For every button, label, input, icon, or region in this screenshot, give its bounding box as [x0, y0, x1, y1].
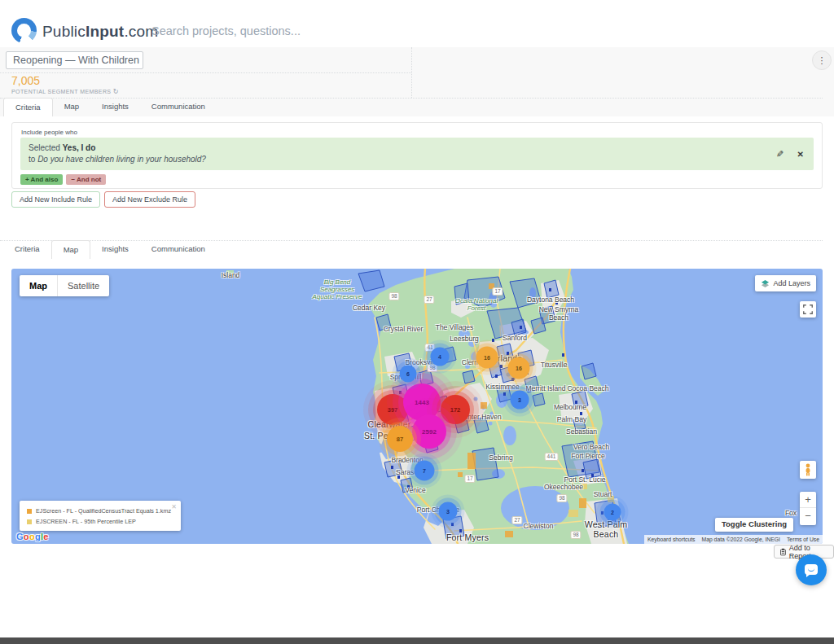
cluster-marker[interactable]: 2 [604, 504, 621, 521]
kebab-menu-icon[interactable]: ⋮ [812, 50, 832, 70]
google-logo: Google [16, 532, 49, 541]
zoom-control: + − [800, 492, 816, 525]
brand-prefix: Public [42, 23, 86, 40]
rule-answer: Yes, I do [63, 143, 96, 152]
and-not-button[interactable]: − And not [66, 174, 106, 185]
map-attribution: Keyboard shortcuts Map data ©2022 Google… [644, 535, 823, 544]
edit-rule-icon[interactable]: ✎ [776, 149, 784, 160]
app-header: PublicInput.com [0, 0, 834, 47]
cluster-marker[interactable]: 16 [508, 357, 530, 379]
map-type-satellite-button[interactable]: Satellite [58, 275, 109, 296]
tab-map[interactable]: Map [53, 98, 90, 116]
segment-title-input[interactable]: Reopening — With Children [6, 51, 143, 69]
tab-insights[interactable]: Insights [90, 98, 140, 116]
refresh-icon[interactable]: ↻ [113, 88, 119, 95]
fullscreen-button[interactable] [800, 301, 816, 318]
cluster-marker[interactable]: 2592 [412, 414, 446, 449]
brand-bold: Input [86, 23, 124, 40]
legend-swatch [27, 519, 32, 524]
legend-label: EJSCREEN - FL - 95th Percentile LEP [36, 518, 136, 525]
rule-connector: to [29, 155, 35, 164]
cluster-marker[interactable]: 3 [511, 391, 529, 410]
legend-item: EJScreen - FL - QualifiedCensusTract Equ… [27, 507, 173, 515]
map-type-map-button[interactable]: Map [20, 275, 58, 296]
legend-item: EJSCREEN - FL - 95th Percentile LEP [27, 518, 173, 525]
remove-rule-icon[interactable]: ✕ [797, 150, 804, 159]
cluster-marker[interactable]: 87 [387, 426, 413, 452]
legend-swatch [27, 509, 32, 514]
cluster-marker[interactable]: 4 [431, 348, 450, 366]
map-canvas[interactable]: IslandBig Bend Seagrasses Aquatic Preser… [11, 269, 823, 544]
cluster-marker[interactable]: 16 [476, 347, 498, 369]
pegman-icon [804, 463, 812, 476]
keyboard-shortcuts-link[interactable]: Keyboard shortcuts [644, 535, 699, 544]
chat-launcher-button[interactable] [796, 554, 827, 585]
add-include-rule-button[interactable]: Add New Include Rule [11, 191, 100, 208]
divider [411, 47, 412, 98]
google-logo-letter: o [24, 532, 29, 541]
cluster-marker[interactable]: 7 [415, 461, 435, 481]
chat-bubble-icon [805, 564, 818, 575]
publicinput-logo-icon [11, 18, 37, 43]
divider [0, 72, 411, 73]
zoom-out-button[interactable]: − [800, 508, 816, 524]
map-tab-bar: Criteria Map Insights Communication [3, 240, 217, 259]
rule-prefix: Selected [29, 143, 60, 152]
zoom-in-button[interactable]: + [800, 492, 816, 508]
map-data-text: Map data ©2022 Google, INEGI [699, 535, 784, 544]
add-exclude-rule-button[interactable]: Add New Exclude Rule [104, 191, 195, 208]
tab-map[interactable]: Map [51, 240, 90, 259]
search-input[interactable] [151, 24, 396, 37]
layers-icon [761, 279, 770, 288]
criteria-tab-bar: Criteria Map Insights Communication [3, 98, 217, 116]
cluster-marker[interactable]: 6 [400, 366, 417, 383]
brand-title: PublicInput.com [42, 23, 158, 41]
include-people-label: Include people who [21, 129, 77, 136]
cluster-marker[interactable]: 3 [439, 502, 458, 521]
and-also-button[interactable]: + And also [20, 174, 63, 185]
google-logo-letter: o [29, 532, 35, 541]
add-layers-button[interactable]: Add Layers [755, 275, 816, 291]
map-legend: ✕ EJScreen - FL - QualifiedCensusTract E… [20, 501, 181, 531]
tab-criteria[interactable]: Criteria [3, 240, 51, 259]
fullscreen-icon [803, 304, 813, 314]
count-label-text: POTENTIAL SEGMENT MEMBERS [11, 89, 111, 94]
bottom-bar [0, 637, 834, 644]
tab-criteria[interactable]: Criteria [3, 98, 53, 116]
rule-question: Do you have children living in your hous… [37, 155, 206, 164]
terms-of-use-link[interactable]: Terms of Use [784, 535, 823, 544]
google-logo-letter: G [16, 532, 24, 541]
tab-communication[interactable]: Communication [140, 240, 217, 259]
legend-close-icon[interactable]: ✕ [171, 503, 177, 510]
google-logo-letter: e [43, 532, 48, 541]
cluster-marker[interactable]: 172 [441, 395, 470, 424]
google-logo-letter: g [35, 532, 41, 541]
street-view-pegman-button[interactable] [800, 461, 816, 479]
toggle-clustering-button[interactable]: Toggle Clustering [715, 518, 793, 532]
report-icon [780, 548, 786, 556]
map-type-control: Map Satellite [20, 275, 109, 296]
tab-insights[interactable]: Insights [90, 240, 140, 259]
tab-communication[interactable]: Communication [140, 98, 217, 116]
legend-label: EJScreen - FL - QualifiedCensusTract Equ… [36, 507, 171, 515]
criteria-card: Include people who Selected Yes, I do to… [11, 122, 823, 189]
criteria-rule: Selected Yes, I do to Do you have childr… [20, 138, 814, 170]
segment-member-count: 7,005 [11, 74, 40, 87]
add-layers-label: Add Layers [773, 279, 810, 287]
segment-member-count-label: POTENTIAL SEGMENT MEMBERS ↻ [11, 88, 119, 95]
